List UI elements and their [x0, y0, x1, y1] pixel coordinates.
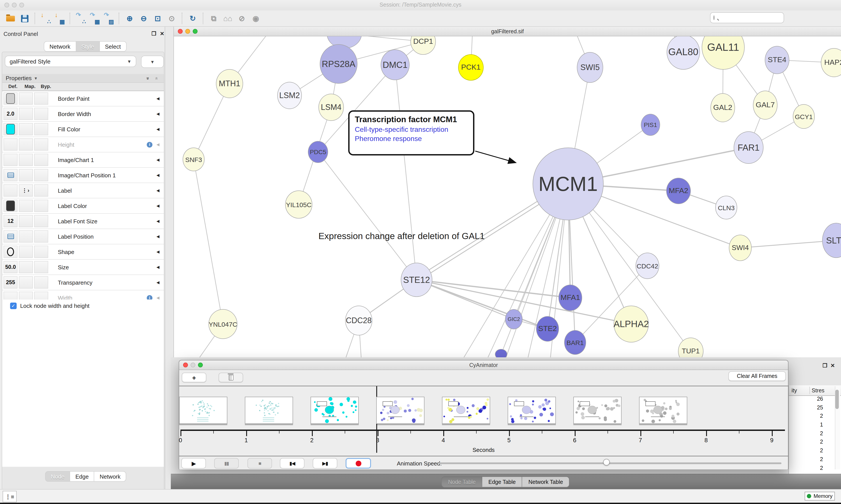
tab-node-table[interactable]: Node Table: [442, 476, 482, 487]
network-node-gcy1[interactable]: GCY1: [793, 104, 815, 129]
default-value-cell[interactable]: [3, 230, 18, 242]
default-value-cell[interactable]: 50.0: [3, 261, 18, 273]
property-row-border-paint[interactable]: Border Paint◀: [2, 91, 164, 106]
bypass-cell[interactable]: [34, 215, 48, 227]
property-row-fill-color[interactable]: Fill Color◀: [2, 122, 164, 137]
annotation-link[interactable]: Cell-type-specific transcription: [355, 126, 468, 133]
tab-node[interactable]: Node: [45, 471, 70, 482]
bypass-cell[interactable]: [34, 276, 48, 289]
bypass-cell[interactable]: [34, 154, 48, 166]
expand-row-icon[interactable]: ◀: [156, 234, 159, 239]
table-cell[interactable]: 2: [789, 456, 825, 465]
network-node-ste2[interactable]: STE2: [536, 316, 559, 342]
mapping-cell[interactable]: [19, 246, 33, 258]
network-node-pck1[interactable]: PCK1: [458, 54, 484, 80]
network-node-gal2[interactable]: GAL2: [711, 93, 735, 122]
memory-button[interactable]: Memory: [805, 492, 835, 501]
mapping-cell[interactable]: [19, 276, 33, 289]
default-value-cell[interactable]: [3, 169, 18, 181]
control-panel-close-icon[interactable]: ✕: [160, 31, 164, 37]
tab-network[interactable]: Network: [44, 41, 76, 52]
mapping-cell[interactable]: [19, 138, 33, 151]
network-node-swi5[interactable]: SWI5: [577, 52, 603, 83]
network-node-dmc1[interactable]: DMC1: [381, 50, 410, 80]
open-session-button[interactable]: [4, 12, 17, 25]
bypass-cell[interactable]: [34, 230, 48, 242]
style-selector[interactable]: galFiltered Style ▼: [5, 56, 136, 67]
property-row-label[interactable]: ⋮›Label◀: [2, 183, 164, 198]
table-cell[interactable]: 2: [789, 448, 825, 456]
expand-row-icon[interactable]: ◀: [156, 142, 159, 147]
node-table-header[interactable]: ity Stres: [789, 385, 841, 396]
default-value-cell[interactable]: [3, 154, 18, 166]
bypass-cell[interactable]: [34, 92, 48, 105]
expand-row-icon[interactable]: ◀: [156, 250, 159, 254]
bypass-cell[interactable]: [34, 261, 48, 273]
network-node-mfa2[interactable]: MFA2: [666, 178, 691, 204]
export-network-button[interactable]: ↷∴: [74, 12, 87, 25]
hide-details-button[interactable]: ⊘: [235, 12, 248, 25]
default-value-cell[interactable]: 12: [3, 215, 18, 227]
mapping-cell[interactable]: [19, 169, 33, 181]
network-node-gic2[interactable]: GIC2: [505, 309, 522, 329]
bypass-cell[interactable]: [34, 184, 48, 197]
search-input[interactable]: [717, 14, 786, 21]
tab-edge-table[interactable]: Edge Table: [482, 476, 522, 487]
zoom-selected-button[interactable]: ⊙: [165, 12, 178, 25]
default-value-cell[interactable]: [3, 184, 18, 197]
property-row-border-width[interactable]: 2.0Border Width◀: [2, 106, 164, 122]
network-node-mcm1[interactable]: MCM1: [533, 147, 604, 220]
property-row-label-color[interactable]: Label Color◀: [2, 198, 164, 214]
bypass-cell[interactable]: [34, 200, 48, 212]
network-node-lsm2[interactable]: LSM2: [277, 82, 302, 109]
tab-style[interactable]: Style: [76, 41, 100, 52]
control-panel-float-icon[interactable]: ❒: [151, 31, 156, 37]
property-row-transparency[interactable]: 255Transparency◀: [2, 275, 164, 290]
expand-row-icon[interactable]: ◀: [156, 188, 159, 193]
last-frame-button[interactable]: ▶▮: [313, 458, 337, 469]
zoom-in-button[interactable]: ⊕: [123, 12, 136, 25]
tab-network[interactable]: Network: [94, 471, 126, 482]
timeline-frame-6[interactable]: [573, 397, 622, 424]
record-button[interactable]: [345, 458, 371, 469]
bypass-cell[interactable]: [34, 123, 48, 135]
network-node-cdc42[interactable]: CDC42: [636, 253, 659, 279]
table-panel-close-icon[interactable]: ✕: [830, 363, 835, 369]
export-table-button[interactable]: ↷▦: [88, 12, 101, 25]
default-value-cell[interactable]: [3, 246, 18, 258]
delete-frame-button[interactable]: [219, 373, 243, 382]
mapping-cell[interactable]: [19, 92, 33, 105]
task-history-button[interactable]: ⋮≡: [3, 491, 17, 502]
column-divider[interactable]: [809, 386, 810, 394]
properties-header[interactable]: Properties ▼ » «: [2, 74, 164, 83]
animation-speed-slider-thumb[interactable]: [603, 459, 610, 466]
expand-row-icon[interactable]: ◀: [156, 280, 159, 285]
expand-row-icon[interactable]: ◀: [156, 173, 159, 177]
stop-button[interactable]: ■: [248, 458, 272, 469]
add-frame-button[interactable]: +: [182, 373, 206, 382]
table-cell[interactable]: 2: [789, 413, 825, 422]
property-row-size[interactable]: 50.0Size◀: [2, 260, 164, 275]
zoom-out-button[interactable]: ⊖: [137, 12, 150, 25]
play-button[interactable]: ▶: [181, 458, 206, 469]
table-panel-float-icon[interactable]: ❒: [823, 363, 827, 369]
default-value-cell[interactable]: [3, 138, 18, 151]
lock-size-checkbox[interactable]: ✓: [10, 302, 17, 309]
save-session-button[interactable]: [18, 12, 31, 25]
expand-row-icon[interactable]: ◀: [156, 295, 159, 300]
network-node-rps28a[interactable]: RPS28A: [320, 44, 357, 84]
property-row-shape[interactable]: Shape◀: [2, 244, 164, 260]
mapping-cell[interactable]: [19, 154, 33, 166]
expand-row-icon[interactable]: ◀: [156, 204, 159, 208]
timeline-frame-7[interactable]: [639, 397, 687, 424]
tab-select[interactable]: Select: [100, 41, 126, 52]
network-node-pdc5[interactable]: PDC5: [308, 141, 328, 163]
table-cell[interactable]: 25: [789, 404, 825, 413]
tab-edge[interactable]: Edge: [70, 471, 94, 482]
clipboard-button[interactable]: ⧉: [207, 12, 220, 25]
clear-all-frames-button[interactable]: Clear All Frames: [729, 371, 786, 381]
table-cell[interactable]: 2: [789, 430, 825, 439]
table-scrollbar[interactable]: [835, 386, 840, 469]
search-box[interactable]: [710, 12, 784, 23]
mapping-cell[interactable]: [19, 200, 33, 212]
